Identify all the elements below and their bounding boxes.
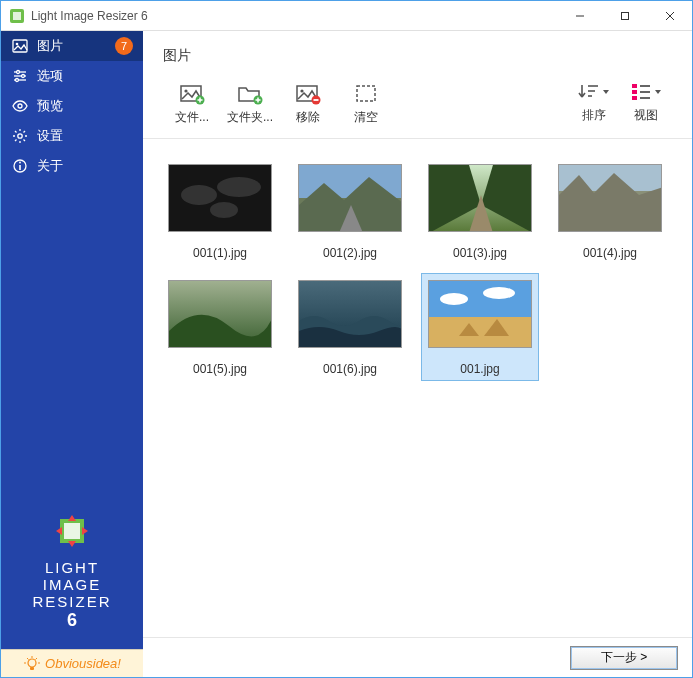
next-button-label: 下一步 > <box>601 649 647 666</box>
svg-rect-40 <box>632 90 637 94</box>
eye-icon <box>11 98 29 114</box>
product-logo-icon <box>50 509 94 553</box>
image-count-badge: 7 <box>115 37 133 55</box>
svg-rect-20 <box>64 523 80 539</box>
sidebar-item-options[interactable]: 选项 <box>1 61 143 91</box>
thumbnail-filename: 001.jpg <box>460 362 499 376</box>
svg-point-46 <box>217 177 261 197</box>
svg-point-9 <box>17 71 20 74</box>
sort-label: 排序 <box>582 107 606 124</box>
add-file-label: 文件... <box>175 109 209 126</box>
remove-label: 移除 <box>296 109 320 126</box>
thumbnail-item[interactable]: 001.jpg <box>421 273 539 381</box>
thumbnail-filename: 001(3).jpg <box>453 246 507 260</box>
svg-line-26 <box>36 658 38 660</box>
sidebar-item-label: 设置 <box>37 127 63 145</box>
thumbnail-image <box>298 164 402 232</box>
sliders-icon <box>11 68 29 84</box>
add-folder-icon <box>237 81 263 107</box>
sidebar-item-images[interactable]: 图片 7 <box>1 31 143 61</box>
brand-line1: LIGHT <box>1 559 143 576</box>
svg-point-33 <box>300 89 303 92</box>
sidebar-item-settings[interactable]: 设置 <box>1 121 143 151</box>
titlebar: Light Image Resizer 6 <box>1 1 692 31</box>
brand-line3: RESIZER <box>1 593 143 610</box>
svg-rect-41 <box>632 96 637 100</box>
svg-point-45 <box>181 185 217 205</box>
sidebar-item-label: 关于 <box>37 157 63 175</box>
svg-point-47 <box>210 202 238 218</box>
thumbnail-item[interactable]: 001(5).jpg <box>161 273 279 381</box>
view-dropdown[interactable]: 视图 <box>620 79 672 124</box>
svg-rect-27 <box>30 667 34 670</box>
clear-button[interactable]: 清空 <box>337 79 395 128</box>
clear-icon <box>354 81 378 107</box>
svg-point-49 <box>483 287 515 299</box>
close-button[interactable] <box>647 1 692 31</box>
footer-brand-text: Obviousidea! <box>45 656 121 671</box>
svg-point-14 <box>18 104 22 108</box>
thumbnail-image <box>428 280 532 348</box>
svg-point-11 <box>22 75 25 78</box>
add-folder-label: 文件夹... <box>227 109 273 126</box>
sidebar: 图片 7 选项 预览 设置 关于 <box>1 31 143 677</box>
view-label: 视图 <box>634 107 658 124</box>
sidebar-item-about[interactable]: 关于 <box>1 151 143 181</box>
thumbnail-item[interactable]: 001(6).jpg <box>291 273 409 381</box>
thumbnail-image <box>168 164 272 232</box>
minimize-button[interactable] <box>557 1 602 31</box>
svg-point-13 <box>16 79 19 82</box>
thumbnail-image <box>168 280 272 348</box>
thumbnail-filename: 001(2).jpg <box>323 246 377 260</box>
image-icon <box>11 38 29 54</box>
brand-version: 6 <box>1 610 143 631</box>
svg-point-29 <box>184 89 187 92</box>
gear-icon <box>11 128 29 144</box>
sidebar-item-label: 图片 <box>37 37 63 55</box>
thumbnail-image <box>558 164 662 232</box>
thumbnail-grid: 001(1).jpg001(2).jpg001(3).jpg001(4).jpg… <box>143 139 692 637</box>
thumbnail-filename: 001(6).jpg <box>323 362 377 376</box>
info-icon <box>11 158 29 174</box>
maximize-button[interactable] <box>602 1 647 31</box>
svg-rect-35 <box>357 86 375 101</box>
lightbulb-icon <box>23 655 41 673</box>
svg-point-15 <box>18 134 22 138</box>
content: 图片 文件... 文件夹... 移除 清空 排序 <box>143 31 692 677</box>
svg-point-7 <box>16 43 19 46</box>
sidebar-item-label: 预览 <box>37 97 63 115</box>
window-title: Light Image Resizer 6 <box>31 9 557 23</box>
product-logo: LIGHT IMAGE RESIZER 6 <box>1 501 143 649</box>
thumbnail-filename: 001(4).jpg <box>583 246 637 260</box>
add-file-button[interactable]: 文件... <box>163 79 221 128</box>
sidebar-item-preview[interactable]: 预览 <box>1 91 143 121</box>
button-bar: 下一步 > <box>143 637 692 677</box>
remove-icon <box>295 81 321 107</box>
app-icon <box>9 8 25 24</box>
svg-rect-39 <box>632 84 637 88</box>
next-button[interactable]: 下一步 > <box>570 646 678 670</box>
svg-rect-1 <box>13 12 21 20</box>
thumbnail-image <box>428 164 532 232</box>
svg-point-48 <box>440 293 468 305</box>
sort-icon <box>578 79 610 105</box>
sort-dropdown[interactable]: 排序 <box>568 79 620 124</box>
svg-line-25 <box>27 658 29 660</box>
thumbnail-item[interactable]: 001(3).jpg <box>421 157 539 265</box>
sidebar-item-label: 选项 <box>37 67 63 85</box>
toolbar: 文件... 文件夹... 移除 清空 排序 视图 <box>143 79 692 139</box>
clear-label: 清空 <box>354 109 378 126</box>
page-title: 图片 <box>143 31 692 79</box>
view-icon <box>630 79 662 105</box>
thumbnail-item[interactable]: 001(1).jpg <box>161 157 279 265</box>
add-folder-button[interactable]: 文件夹... <box>221 79 279 128</box>
brand-line2: IMAGE <box>1 576 143 593</box>
thumbnail-filename: 001(5).jpg <box>193 362 247 376</box>
svg-point-21 <box>28 659 36 667</box>
footer-brand[interactable]: Obviousidea! <box>1 649 143 677</box>
add-file-icon <box>179 81 205 107</box>
thumbnail-item[interactable]: 001(4).jpg <box>551 157 669 265</box>
thumbnail-item[interactable]: 001(2).jpg <box>291 157 409 265</box>
remove-button[interactable]: 移除 <box>279 79 337 128</box>
svg-rect-3 <box>621 12 628 19</box>
